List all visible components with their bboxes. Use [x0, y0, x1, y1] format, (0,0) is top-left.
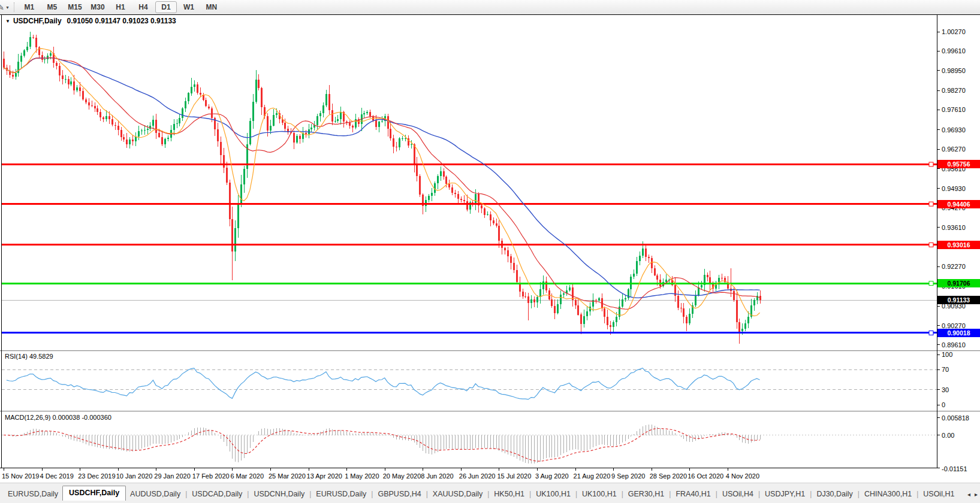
- ohlc-values: 0.91050 0.91147 0.91023 0.91133: [67, 17, 176, 25]
- svg-text:20 May 2020: 20 May 2020: [383, 472, 421, 480]
- svg-text:3 Aug 2020: 3 Aug 2020: [535, 472, 569, 480]
- svg-text:6 Mar 2020: 6 Mar 2020: [230, 472, 264, 480]
- level-price-label: 0.95756: [937, 160, 980, 168]
- chart-tab-eurusd-daily[interactable]: EURUSD,Daily: [4, 488, 62, 500]
- chevron-down-icon[interactable]: ▼: [5, 5, 10, 10]
- tab-scroll-right-icon[interactable]: ▸: [975, 491, 978, 498]
- current-price-label: 0.91133: [937, 296, 980, 304]
- timeframe-button-mn[interactable]: MN: [200, 1, 223, 13]
- chart-tab-usdjpy-h1[interactable]: USDJPY,H1: [761, 488, 809, 500]
- chart-canvas[interactable]: 1.002700.996100.989500.982700.976100.969…: [0, 14, 980, 483]
- svg-text:15 Jul 2020: 15 Jul 2020: [497, 472, 531, 480]
- macd-indicator-label: MACD(12,26,9) 0.000038 -0.000360: [5, 414, 111, 421]
- timeframe-button-group: M1M5M15M30H1H4D1W1MN: [18, 1, 223, 13]
- svg-text:70: 70: [942, 366, 949, 373]
- svg-text:1.00270: 1.00270: [942, 28, 966, 35]
- chart-tab-fra40-h1[interactable]: FRA40,H1: [671, 488, 714, 500]
- draw-tool-icon[interactable]: ✎: [0, 3, 5, 12]
- svg-text:0: 0: [942, 401, 945, 408]
- chart-tab-usdchf-daily[interactable]: USDCHF,Daily: [62, 486, 126, 501]
- svg-text:9 Sep 2020: 9 Sep 2020: [611, 472, 645, 480]
- svg-text:0.98950: 0.98950: [942, 67, 966, 74]
- svg-text:0.98270: 0.98270: [942, 87, 966, 94]
- chart-tabs: EURUSD,DailyUSDCHF,DailyAUDUSD,Daily|USD…: [4, 488, 958, 498]
- timeframe-button-h4[interactable]: H4: [132, 1, 155, 13]
- tab-scroll-controls: ◂▸: [963, 491, 978, 498]
- timeframe-button-m1[interactable]: M1: [18, 1, 41, 13]
- svg-text:0.96930: 0.96930: [942, 126, 966, 134]
- chart-tab-dj30-daily[interactable]: DJ30,Daily: [812, 488, 857, 500]
- svg-text:-0.01151: -0.01151: [942, 465, 967, 472]
- chart-tab-gbpusd-h4[interactable]: GBPUSD,H4: [373, 488, 425, 500]
- level-price-label: 0.91706: [937, 279, 980, 287]
- timeframe-button-h1[interactable]: H1: [109, 1, 132, 13]
- timeframe-toolbar: ✎ ▼ M1M5M15M30H1H4D1W1MN: [0, 0, 980, 14]
- svg-text:10 Jan 2020: 10 Jan 2020: [116, 472, 153, 480]
- chart-tab-audusd-daily[interactable]: AUDUSD,Daily: [126, 488, 185, 500]
- chart-tab-uk100-h1[interactable]: UK100,H1: [532, 488, 575, 500]
- chart-tab-china300-h1[interactable]: CHINA300,H1: [860, 488, 916, 500]
- timeframe-button-d1[interactable]: D1: [155, 1, 177, 13]
- svg-text:17 Feb 2020: 17 Feb 2020: [192, 472, 230, 480]
- svg-text:0.94930: 0.94930: [942, 185, 966, 192]
- svg-text:4 Nov 2020: 4 Nov 2020: [726, 472, 759, 480]
- svg-text:0.97610: 0.97610: [942, 106, 966, 113]
- chart-tab-usdcad-daily[interactable]: USDCAD,Daily: [188, 488, 246, 500]
- svg-text:15 Nov 2019: 15 Nov 2019: [2, 472, 39, 480]
- svg-text:0.96270: 0.96270: [942, 146, 966, 153]
- chart-tab-eurusd-daily[interactable]: EURUSD,Daily: [312, 488, 370, 500]
- timeframe-button-m15[interactable]: M15: [64, 1, 86, 13]
- svg-text:28 Sep 2020: 28 Sep 2020: [650, 472, 687, 480]
- svg-text:0.92270: 0.92270: [942, 263, 966, 270]
- level-price-label: 0.93016: [937, 241, 980, 249]
- svg-text:0.005818: 0.005818: [942, 414, 969, 422]
- svg-text:25 Mar 2020: 25 Mar 2020: [269, 472, 306, 480]
- level-price-label: 0.94406: [937, 200, 980, 208]
- symbol-label: USDCHF,Daily: [13, 17, 62, 25]
- svg-text:0.00: 0.00: [942, 432, 954, 439]
- chart-tab-uk100-h1[interactable]: UK100,H1: [578, 488, 621, 500]
- chart-tab-ger30-h1[interactable]: GER30,H1: [624, 488, 668, 500]
- svg-text:29 Jan 2020: 29 Jan 2020: [154, 472, 191, 480]
- toolbar-separator: [14, 2, 14, 12]
- timeframe-button-m30[interactable]: M30: [86, 1, 109, 13]
- svg-text:0.99610: 0.99610: [942, 47, 966, 54]
- chart-tab-usdcnh-daily[interactable]: USDCNH,Daily: [249, 488, 309, 500]
- svg-text:16 Oct 2020: 16 Oct 2020: [687, 472, 723, 480]
- chart-dropdown-icon[interactable]: ▼: [5, 19, 10, 24]
- svg-text:30: 30: [942, 386, 949, 393]
- svg-text:26 Jun 2020: 26 Jun 2020: [459, 472, 496, 480]
- svg-text:8 Jun 2020: 8 Jun 2020: [421, 472, 453, 480]
- level-price-label: 0.90018: [937, 329, 980, 337]
- chart-tab-usoil-h4[interactable]: USOil,H4: [718, 488, 758, 500]
- svg-text:23 Dec 2019: 23 Dec 2019: [78, 472, 115, 480]
- chart-tab-usoil-h1[interactable]: USOil,H1: [919, 488, 958, 500]
- tab-scroll-left-icon[interactable]: ◂: [967, 491, 970, 498]
- svg-text:0.93610: 0.93610: [942, 224, 966, 231]
- svg-text:0.90270: 0.90270: [942, 322, 966, 329]
- rsi-indicator-label: RSI(14) 49.5829: [5, 353, 53, 360]
- svg-text:0.89610: 0.89610: [942, 341, 966, 349]
- timeframe-button-m5[interactable]: M5: [41, 1, 64, 13]
- chart-tab-bar: EURUSD,DailyUSDCHF,DailyAUDUSD,Daily|USD…: [0, 483, 980, 503]
- chart-tab-xauusd-daily[interactable]: XAUUSD,Daily: [429, 488, 487, 500]
- svg-text:4 Dec 2019: 4 Dec 2019: [40, 472, 74, 480]
- chart-title: ▼USDCHF,Daily0.91050 0.91147 0.91023 0.9…: [5, 17, 176, 25]
- svg-text:21 Aug 2020: 21 Aug 2020: [574, 472, 611, 480]
- svg-text:13 Apr 2020: 13 Apr 2020: [307, 472, 342, 480]
- timeframe-button-w1[interactable]: W1: [177, 1, 200, 13]
- svg-text:1 May 2020: 1 May 2020: [345, 472, 379, 480]
- trading-terminal-window: ✎ ▼ M1M5M15M30H1H4D1W1MN 1.002700.996100…: [0, 0, 980, 503]
- chart-tab-hk50-h1[interactable]: HK50,H1: [490, 488, 529, 500]
- svg-text:100: 100: [942, 351, 952, 358]
